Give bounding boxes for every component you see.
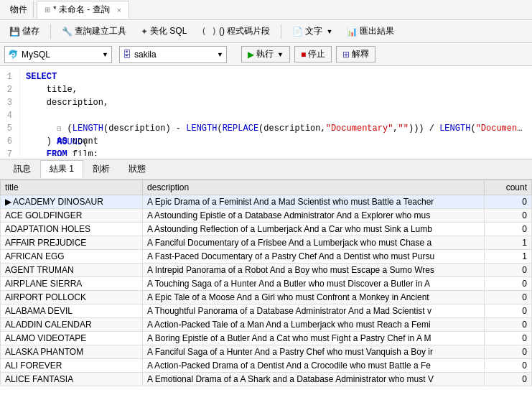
query-tab-icon: ⊞ (45, 6, 50, 14)
cell-count: 0 (484, 318, 531, 332)
cell-title: ALABAMA DEVIL (1, 304, 143, 318)
cell-title: ACE GOLDFINGER (1, 209, 143, 223)
cell-description: A Emotional Drama of a A Shark and a Dat… (143, 373, 485, 386)
title-bar-tabs: ⊞ * 未命名 - 查詢 × (37, 1, 129, 19)
save-icon: 💾 (9, 27, 20, 37)
cell-description: A Intrepid Panorama of a Robot And a Boy… (143, 264, 485, 277)
cell-description: A Astounding Reflection of a Lumberjack … (143, 223, 485, 236)
cell-count: 1 (484, 250, 531, 264)
table-row[interactable]: ADAPTATION HOLESA Astounding Reflection … (1, 223, 532, 236)
cell-title: ▶ACADEMY DINOSAUR (1, 195, 143, 209)
cell-count: 0 (484, 359, 531, 373)
sql-editor[interactable]: 1 2 3 4 5 6 7 8 SELECT title, descriptio… (0, 66, 532, 159)
code-line-5: (LENGTH(description) - LENGTH(REPLACE(de… (26, 122, 526, 135)
cell-title: ALI FOREVER (1, 359, 143, 373)
results-table: title description count ▶ACADEMY DINOSAU… (0, 180, 532, 386)
table-row[interactable]: ALICE FANTASIAA Emotional Drama of a A S… (1, 373, 532, 386)
col-header-description: description (143, 180, 485, 195)
explain-label: 解釋 (352, 48, 369, 60)
cell-count: 0 (484, 345, 531, 359)
table-row[interactable]: ACE GOLDFINGERA Astounding Epistle of a … (1, 209, 532, 223)
line-num-7: 7 (0, 148, 15, 159)
table-row[interactable]: AIRPORT POLLOCKA Epic Tale of a Moose An… (1, 291, 532, 304)
row-arrow: ▶ (5, 197, 11, 207)
query-tab-close[interactable]: × (117, 6, 121, 14)
stop-button[interactable]: ■ 停止 (294, 46, 332, 62)
toolbar: 💾 儲存 🔧 查詢建立工具 ✦ 美化 SQL ( ) () 程式碼片段 📄 文字… (0, 20, 532, 43)
beautify-label: 美化 SQL (150, 25, 187, 37)
code-line-4: ⊟ ROUND( (26, 109, 526, 122)
cell-title: ALAMO VIDEOTAPE (1, 332, 143, 345)
cell-title: AGENT TRUMAN (1, 264, 143, 277)
cell-description: A Fanciful Saga of a Hunter And a Pastry… (143, 345, 485, 359)
cell-count: 0 (484, 291, 531, 304)
code-snippet-button[interactable]: ( ) () 程式碼片段 (196, 23, 275, 39)
db-engine-select[interactable]: 🐬 MySQL ▼ (4, 46, 112, 63)
beautify-icon: ✦ (141, 27, 148, 37)
cell-description: A Action-Packed Drama of a Dentist And a… (143, 359, 485, 373)
code-line-1: SELECT (26, 70, 526, 83)
cell-description: A Thoughtful Panorama of a Database Admi… (143, 304, 485, 318)
table-row[interactable]: ALADDIN CALENDARA Action-Packed Tale of … (1, 318, 532, 332)
toolbar-sep-2 (281, 24, 281, 39)
code-snippet-icon: ( ) (201, 27, 217, 37)
table-row[interactable]: AFRICAN EGGA Fast-Paced Documentary of a… (1, 250, 532, 264)
mysql-icon: 🐬 (8, 50, 19, 60)
text-label: 文字 (305, 25, 322, 37)
code-area[interactable]: SELECT title, description, ⊟ ROUND( (LEN… (20, 69, 532, 156)
code-line-7: FROM film; (26, 148, 526, 156)
export-button[interactable]: 📊 匯出結果 (342, 23, 399, 39)
query-builder-button[interactable]: 🔧 查詢建立工具 (57, 23, 131, 39)
table-row[interactable]: ALAMO VIDEOTAPEA Boring Epistle of a But… (1, 332, 532, 345)
line-numbers: 1 2 3 4 5 6 7 8 (0, 69, 20, 156)
export-icon: 📊 (347, 27, 358, 37)
line-num-5: 5 (0, 122, 15, 135)
save-label: 儲存 (22, 25, 39, 37)
table-row[interactable]: ALI FOREVERA Action-Packed Drama of a De… (1, 359, 532, 373)
explain-button[interactable]: ⊞ 解釋 (336, 46, 375, 62)
explain-icon: ⊞ (342, 50, 350, 60)
col-header-title: title (1, 180, 143, 195)
query-builder-icon: 🔧 (62, 27, 73, 37)
query-tab-label: * 未命名 - 查詢 (53, 4, 110, 16)
side-label: 物件 (4, 1, 34, 18)
table-row[interactable]: AGENT TRUMANA Intrepid Panorama of a Rob… (1, 264, 532, 277)
tab-message[interactable]: 訊息 (4, 160, 40, 178)
export-label: 匯出結果 (360, 25, 394, 37)
code-line-2: title, (26, 83, 526, 96)
cell-description: A Fanciful Documentary of a Frisbee And … (143, 236, 485, 250)
results-area[interactable]: title description count ▶ACADEMY DINOSAU… (0, 180, 532, 400)
query-builder-label: 查詢建立工具 (75, 25, 126, 37)
cell-description: A Astounding Epistle of a Database Admin… (143, 209, 485, 223)
tab-status[interactable]: 狀態 (119, 160, 155, 178)
text-button[interactable]: 📄 文字 ▼ (287, 23, 337, 39)
cell-title: AFRICAN EGG (1, 250, 143, 264)
stop-label: 停止 (308, 48, 325, 60)
code-snippet-label: () 程式碼片段 (219, 25, 270, 37)
cell-title: ADAPTATION HOLES (1, 223, 143, 236)
cell-description: A Touching Saga of a Hunter And a Butler… (143, 277, 485, 291)
table-row[interactable]: ▶ACADEMY DINOSAURA Epic Drama of a Femin… (1, 195, 532, 209)
title-bar: 物件 ⊞ * 未命名 - 查詢 × (0, 0, 532, 20)
tab-analyze[interactable]: 剖析 (83, 160, 119, 178)
db-name-dropdown: ▼ (217, 51, 223, 58)
code-line-6: ) AS count (26, 135, 526, 148)
cell-count: 0 (484, 195, 531, 209)
beautify-button[interactable]: ✦ 美化 SQL (136, 23, 192, 39)
cell-description: A Fast-Paced Documentary of a Pastry Che… (143, 250, 485, 264)
tab-result1[interactable]: 結果 1 (40, 160, 83, 178)
table-row[interactable]: ALABAMA DEVILA Thoughtful Panorama of a … (1, 304, 532, 318)
table-row[interactable]: AIRPLANE SIERRAA Touching Saga of a Hunt… (1, 277, 532, 291)
db-name-select[interactable]: 🗄 sakila ▼ (119, 46, 227, 63)
table-row[interactable]: ALASKA PHANTOMA Fanciful Saga of a Hunte… (1, 345, 532, 359)
cell-count: 0 (484, 264, 531, 277)
line-num-4: 4 (0, 109, 15, 122)
save-button[interactable]: 💾 儲存 (4, 23, 45, 39)
cell-count: 0 (484, 304, 531, 318)
query-tab[interactable]: ⊞ * 未命名 - 查詢 × (37, 1, 129, 19)
run-button[interactable]: ▶ 執行 ▼ (241, 46, 290, 62)
cell-count: 1 (484, 236, 531, 250)
table-row[interactable]: AFFAIR PREJUDICEA Fanciful Documentary o… (1, 236, 532, 250)
db-name-label: sakila (134, 50, 157, 60)
line-num-2: 2 (0, 83, 15, 96)
